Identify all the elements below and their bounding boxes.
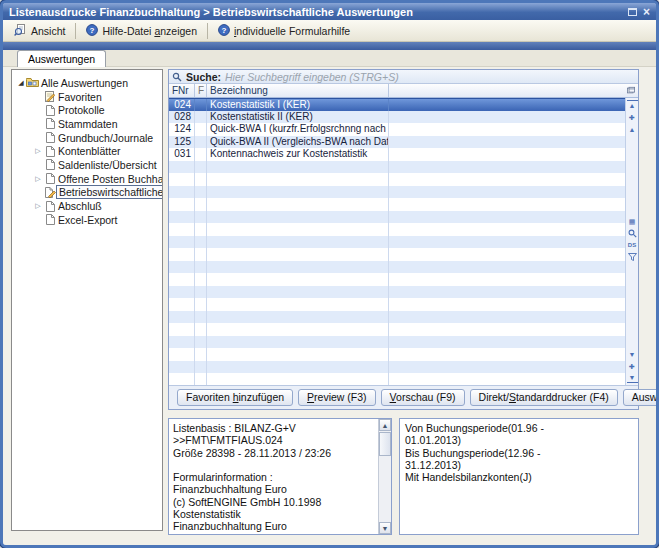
cell-fill <box>389 236 625 249</box>
tree-item-offene-posten-buchhaltung[interactable]: ▷Offene Posten Buchhaltung <box>12 172 162 186</box>
label-post: ndividuelle Formularhilfe <box>236 25 350 37</box>
cell-fill <box>389 273 625 286</box>
tree-item-betriebswirtschaftliche-auswertungen[interactable]: Betriebswirtschaftliche Auswertungen <box>12 186 162 200</box>
button-favoriten-hinzufügen[interactable]: Favoriten hinzufügen <box>177 389 293 406</box>
cell-f <box>195 286 207 299</box>
tab-auswertungen[interactable]: Auswertungen <box>17 50 106 67</box>
cell-fnr <box>169 348 195 361</box>
tree-item-stammdaten[interactable]: Stammdaten <box>12 117 162 131</box>
tree-item-excel-export[interactable]: Excel-Export <box>12 213 162 227</box>
cell-fnr <box>169 336 195 349</box>
button-preview-f3[interactable]: Preview (F3) <box>298 389 376 406</box>
tree-item-saldenliste-übersicht[interactable]: Saldenliste/Übersicht <box>12 158 162 172</box>
cell-fnr <box>169 298 195 311</box>
close-icon[interactable]: × <box>643 7 650 17</box>
cell-f <box>195 186 207 199</box>
app-window: Listenausdrucke Finanzbuchhaltung > Betr… <box>0 0 659 548</box>
button-auswertung-drucken[interactable]: Auswertung drucken <box>623 389 659 406</box>
label-post: nzeigen <box>160 25 197 37</box>
help-icon: ? <box>86 24 98 38</box>
info-line: Finanzbuchhaltung Euro <box>173 520 374 532</box>
cell-fill <box>389 173 625 186</box>
table-row[interactable]: 124Quick-BWA I (kurzfr.Erfolgsrchnng nac… <box>169 123 625 136</box>
cell-f <box>195 336 207 349</box>
document-icon <box>43 173 56 184</box>
grid-side-toolbar: ▲ ✚ ▲ ▦ DS ▼ <box>625 98 638 385</box>
cell-fnr <box>169 373 195 385</box>
tree-item-kontenblätter[interactable]: ▷Kontenblätter <box>12 144 162 158</box>
filter-icon[interactable] <box>627 252 638 262</box>
column-header-f[interactable]: F <box>195 84 207 97</box>
document-icon <box>43 201 56 212</box>
expander-collapsed-icon[interactable]: ▷ <box>33 147 43 155</box>
cell-bez <box>207 323 389 336</box>
tree-item-protokolle[interactable]: Protokolle <box>12 103 162 117</box>
tree-item-label: Betriebswirtschaftliche Auswertungen <box>56 185 163 199</box>
restore-window-icon[interactable] <box>628 8 637 16</box>
expander-expanded-icon[interactable]: ◢ <box>16 79 26 87</box>
add-record-bottom-icon[interactable]: ✚ <box>627 361 638 371</box>
parameter-label: Bis Buchungsperiode <box>405 447 504 459</box>
search-record-icon[interactable] <box>627 228 638 238</box>
search-label: Suche: <box>186 71 221 83</box>
table-row-empty <box>169 211 625 224</box>
table-row[interactable]: 125Quick-BWA II (Vergleichs-BWA nach Dat… <box>169 136 625 149</box>
document-icon <box>43 146 56 157</box>
window-title: Listenausdrucke Finanzbuchhaltung > Betr… <box>9 6 628 18</box>
cell-bez: Quick-BWA II (Vergleichs-BWA nach Datev) <box>207 136 389 149</box>
expander-collapsed-icon[interactable]: ▷ <box>33 175 43 183</box>
scroll-down-arrow-icon[interactable]: ▼ <box>379 522 391 534</box>
toolbar-separator <box>207 23 208 39</box>
cell-fill <box>389 248 625 261</box>
toolbar-button-ansicht[interactable]: Ansicht <box>7 21 72 41</box>
tree-item-abschlu-[interactable]: ▷Abschluß <box>12 199 162 213</box>
scroll-up-icon[interactable]: ▲ <box>627 124 638 134</box>
dataset-info-icon[interactable]: DS <box>627 240 638 250</box>
cell-fill <box>389 223 625 236</box>
table-row-empty <box>169 173 625 186</box>
tree-item-grundbuch-journale[interactable]: Grundbuch/Journale <box>12 131 162 145</box>
cell-bez: Kontennachweis zur Kostenstatistik <box>207 148 389 161</box>
cell-fill <box>389 136 625 149</box>
grid-header: FNr F Bezeichnung <box>169 84 638 98</box>
table-row[interactable]: 031Kontennachweis zur Kostenstatistik <box>169 148 625 161</box>
cell-fill <box>389 311 625 324</box>
tree-item-favoriten[interactable]: Favoriten <box>12 90 162 104</box>
cell-fill <box>389 161 625 174</box>
scrollbar-thumb[interactable] <box>379 432 391 456</box>
button-vorschau-f9[interactable]: Vorschau (F9) <box>381 389 465 406</box>
cell-f <box>195 198 207 211</box>
expander-collapsed-icon[interactable]: ▷ <box>33 202 43 210</box>
scroll-down-icon[interactable]: ▼ <box>627 349 638 359</box>
toolbar-button-hilfe-datei-anzeigen[interactable]: ?Hilfe-Datei anzeigen <box>79 21 204 41</box>
cell-f <box>195 223 207 236</box>
column-picker-icon[interactable] <box>624 84 638 97</box>
toolbar-button-individuelle-formularhilfe[interactable]: ?individuelle Formularhilfe <box>211 21 357 41</box>
table-row-empty <box>169 223 625 236</box>
grid-view-icon[interactable]: ▦ <box>627 216 638 226</box>
forms-table-panel: Suche: FNr F Bezeichnung 024Kostenstatis… <box>168 69 639 410</box>
cell-bez: Kostenstatistik I (KER) <box>207 99 389 111</box>
label-pre: Direkt/ <box>479 391 509 403</box>
parameter-value: (12.96 - <box>504 447 634 459</box>
column-header-fnr[interactable]: FNr <box>169 84 195 97</box>
scroll-up-arrow-icon[interactable]: ▲ <box>379 419 391 431</box>
cell-fnr: 028 <box>169 111 195 124</box>
tree-item-alle-auswertungen[interactable]: ◢Alle Auswertungen <box>12 76 162 90</box>
table-row[interactable]: 024Kostenstatistik I (KER) <box>169 98 625 111</box>
cell-f <box>195 248 207 261</box>
title-bar: Listenausdrucke Finanzbuchhaltung > Betr… <box>3 3 656 20</box>
add-record-icon[interactable]: ✚ <box>627 112 638 122</box>
cell-bez <box>207 373 389 385</box>
first-record-icon[interactable]: ▲ <box>627 100 638 110</box>
search-input[interactable] <box>225 71 635 83</box>
table-row-empty <box>169 361 625 374</box>
info-line: Formularinformation : <box>173 471 374 483</box>
column-header-bezeichnung[interactable]: Bezeichnung <box>207 84 389 97</box>
evaluations-tree: ◢Alle AuswertungenFavoritenProtokolleSta… <box>11 69 163 531</box>
table-row[interactable]: 028Kostenstatistik II (KER) <box>169 111 625 124</box>
last-record-icon[interactable]: ▼ <box>627 373 638 383</box>
table-row-empty <box>169 273 625 286</box>
button-direkt-standarddrucker-f4[interactable]: Direkt/Standarddrucker (F4) <box>470 389 618 406</box>
cell-f <box>195 311 207 324</box>
